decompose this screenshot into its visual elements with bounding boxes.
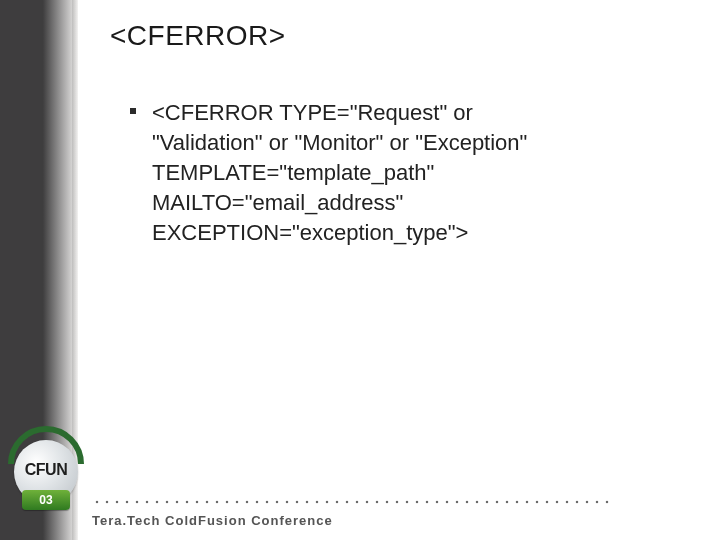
bullet-dot-icon: [130, 108, 136, 114]
slide-title: <CFERROR>: [110, 20, 286, 52]
footer-dots-icon: [92, 500, 612, 504]
conference-badge: CFUN 03: [6, 426, 86, 510]
conference-name: Tera.Tech ColdFusion Conference: [92, 513, 333, 528]
slide: <CFERROR> <CFERROR TYPE="Request" or "Va…: [0, 0, 720, 540]
badge-label: CFUN: [25, 461, 67, 479]
bullet-item: <CFERROR TYPE="Request" or "Validation" …: [130, 98, 650, 248]
badge-year: 03: [22, 490, 70, 510]
bullet-text: <CFERROR TYPE="Request" or "Validation" …: [152, 98, 527, 248]
